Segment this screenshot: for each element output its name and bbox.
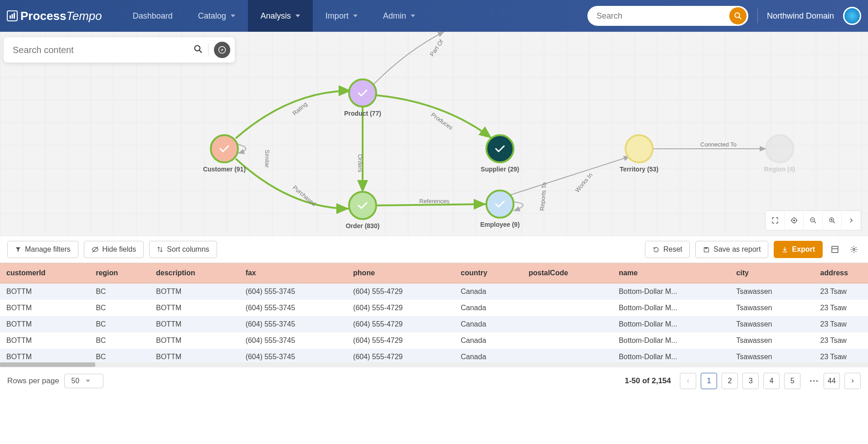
svg-point-30: [766, 135, 793, 162]
nav-label: Catalog: [198, 11, 226, 21]
fullscreen-button[interactable]: [766, 211, 785, 230]
chevron-down-icon: [353, 15, 358, 17]
table-body: BOTTMBCBOTTM(604) 555-3745(604) 555-4729…: [0, 283, 868, 363]
svg-text:Customer (91): Customer (91): [203, 166, 246, 173]
table-row[interactable]: BOTTMBCBOTTM(604) 555-3745(604) 555-4729…: [0, 349, 868, 362]
sort-columns-button[interactable]: Sort columns: [149, 241, 217, 258]
nav-analysis[interactable]: Analysis: [248, 0, 313, 32]
table-row[interactable]: BOTTMBCBOTTM(604) 555-3745(604) 555-4729…: [0, 332, 868, 349]
page-1-button[interactable]: 1: [701, 373, 717, 389]
expand-right-button[interactable]: [842, 211, 861, 230]
cell-city: Tsawassen: [730, 349, 814, 362]
col-phone[interactable]: phone: [347, 263, 454, 283]
svg-text:Employee (9): Employee (9): [480, 221, 519, 228]
svg-rect-1: [12, 14, 13, 19]
table-row[interactable]: BOTTMBCBOTTM(604) 555-3745(604) 555-4729…: [0, 300, 868, 316]
cell-address: 23 Tsaw: [814, 349, 868, 362]
col-description[interactable]: description: [150, 263, 239, 283]
global-search-input[interactable]: [596, 11, 729, 21]
cell-country: Canada: [455, 332, 523, 349]
table-row[interactable]: BOTTMBCBOTTM(604) 555-3745(604) 555-4729…: [0, 316, 868, 332]
layout-button[interactable]: [828, 241, 842, 258]
cell-address: 23 Tsaw: [814, 300, 868, 316]
horizontal-scrollbar[interactable]: [0, 362, 868, 367]
manage-filters-button[interactable]: Manage filters: [7, 241, 78, 258]
data-table-wrap[interactable]: customerIdregiondescriptionfaxphonecount…: [0, 263, 868, 362]
logo-icon: [7, 10, 18, 21]
domain-name[interactable]: Northwind Domain: [767, 11, 834, 21]
svg-point-20: [211, 135, 238, 162]
next-page-button[interactable]: [844, 373, 861, 389]
node-product[interactable]: Product (77): [344, 79, 381, 117]
user-avatar[interactable]: [843, 7, 861, 25]
zoom-in-button[interactable]: [823, 211, 842, 230]
zoom-out-button[interactable]: [804, 211, 823, 230]
cell-postalCode: [522, 332, 612, 349]
nav-dashboard[interactable]: Dashboard: [120, 0, 185, 32]
nav-label: Dashboard: [133, 11, 173, 21]
col-postalCode[interactable]: postalCode: [522, 263, 612, 283]
svg-point-24: [349, 192, 376, 219]
col-fax[interactable]: fax: [239, 263, 347, 283]
global-search-button[interactable]: [729, 7, 747, 24]
col-city[interactable]: city: [730, 263, 814, 283]
global-search[interactable]: [587, 6, 748, 26]
center-button[interactable]: [785, 211, 804, 230]
hide-fields-button[interactable]: Hide fields: [84, 241, 144, 258]
reset-button[interactable]: Reset: [645, 241, 690, 258]
svg-text:Connected To: Connected To: [700, 141, 737, 148]
page-5-button[interactable]: 5: [784, 373, 800, 389]
cell-fax: (604) 555-3745: [239, 300, 347, 316]
nav-import[interactable]: Import: [313, 0, 370, 32]
cell-fax: (604) 555-3745: [239, 283, 347, 300]
rows-per-page: Rows per page 50: [7, 374, 103, 388]
col-region[interactable]: region: [89, 263, 150, 283]
graph-svg[interactable]: RatingPurchasedOrdersPart OfProducesRefe…: [0, 32, 868, 236]
data-table: customerIdregiondescriptionfaxphonecount…: [0, 263, 868, 362]
brand-logo[interactable]: ProcessTempo: [7, 9, 102, 23]
node-supplier[interactable]: Supplier (29): [481, 135, 519, 173]
node-region[interactable]: Region (4): [764, 135, 795, 173]
prev-page-button[interactable]: [680, 373, 696, 389]
cell-postalCode: [522, 316, 612, 332]
cell-city: Tsawassen: [730, 316, 814, 332]
cell-postalCode: [522, 349, 612, 362]
page-4-button[interactable]: 4: [763, 373, 780, 389]
scroll-thumb[interactable]: [0, 362, 95, 367]
divider: [757, 9, 758, 23]
page-2-button[interactable]: 2: [722, 373, 738, 389]
table-row[interactable]: BOTTMBCBOTTM(604) 555-3745(604) 555-4729…: [0, 283, 868, 300]
col-customerId[interactable]: customerId: [0, 263, 89, 283]
gear-icon: [850, 245, 858, 254]
cell-country: Canada: [455, 349, 523, 362]
svg-text:Part Of: Part Of: [428, 38, 445, 58]
node-order[interactable]: Order (830): [346, 192, 380, 229]
nav-admin[interactable]: Admin: [370, 0, 428, 32]
node-customer[interactable]: Customer (91): [203, 135, 246, 173]
cell-customerId: BOTTM: [0, 349, 89, 362]
col-country[interactable]: country: [455, 263, 523, 283]
node-employee[interactable]: Employee (9): [480, 190, 519, 228]
nav-catalog[interactable]: Catalog: [185, 0, 248, 32]
pagination-ellipsis: •••: [810, 377, 819, 385]
node-territory[interactable]: Territory (53): [620, 135, 658, 173]
pagination-bar: Rows per page 50 1-50 of 2,154 12345 •••…: [0, 367, 868, 395]
page-size-select[interactable]: 50: [64, 374, 103, 388]
page-3-button[interactable]: 3: [742, 373, 759, 389]
cell-city: Tsawassen: [730, 283, 814, 300]
nav-label: Import: [325, 11, 349, 21]
col-name[interactable]: name: [612, 263, 730, 283]
last-page-button[interactable]: 44: [824, 373, 840, 389]
settings-button[interactable]: [847, 241, 861, 258]
export-button[interactable]: Export: [774, 241, 823, 258]
graph-canvas[interactable]: RatingPurchasedOrdersPart OfProducesRefe…: [0, 32, 868, 236]
cell-region: BC: [89, 332, 150, 349]
save-report-button[interactable]: Save as report: [695, 241, 768, 258]
col-address[interactable]: address: [814, 263, 868, 283]
label: Manage filters: [25, 245, 71, 254]
cell-country: Canada: [455, 300, 523, 316]
svg-point-45: [853, 249, 855, 251]
svg-text:Order (830): Order (830): [346, 222, 380, 229]
chevron-left-icon: [686, 379, 690, 383]
cell-country: Canada: [455, 316, 523, 332]
